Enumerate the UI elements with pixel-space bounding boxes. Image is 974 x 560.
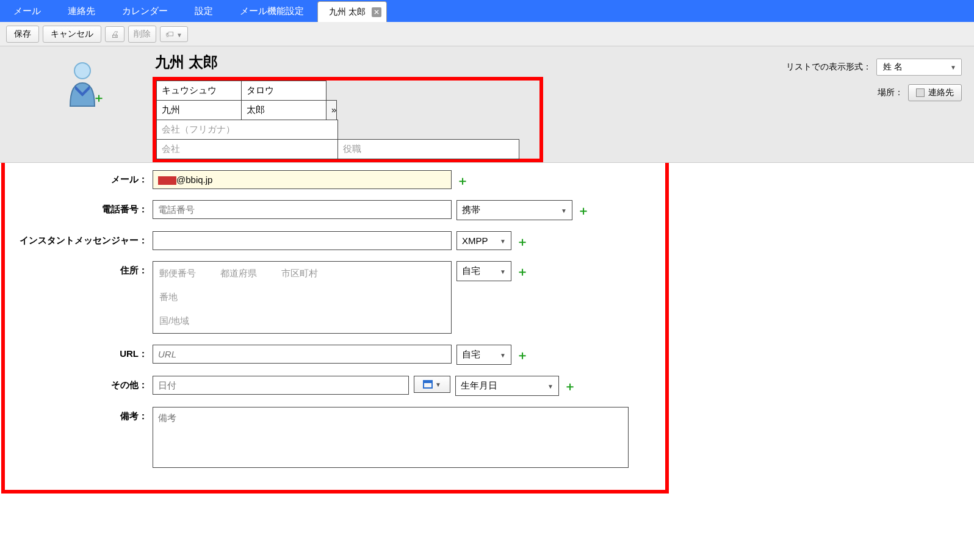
add-other-icon[interactable]: ＋ [564, 376, 576, 395]
active-tab-label: 九州 太郎 [329, 7, 366, 18]
kana-first-input[interactable]: タロウ [241, 81, 326, 101]
location-value: 連絡先 [928, 87, 954, 98]
cancel-button[interactable]: キャンセル [43, 26, 101, 43]
chevron-down-icon: ▼ [950, 64, 956, 71]
kana-last-input[interactable]: キュウシュウ [156, 81, 242, 101]
contact-display-name: 九州 太郎 [155, 52, 742, 72]
notes-input[interactable] [153, 407, 629, 468]
chevron-down-icon: ▼ [500, 268, 506, 275]
address-label: 住所： [7, 261, 148, 276]
phone-type-value: 携帯 [462, 204, 480, 215]
address-input-group[interactable]: 郵便番号 都道府県 市区町村 番地 国/地域 [153, 261, 452, 334]
menu-mail-settings[interactable]: メール機能設定 [226, 0, 317, 22]
url-input[interactable] [153, 345, 452, 364]
company-kana-input[interactable]: 会社（フリガナ） [156, 120, 338, 140]
name-first-input[interactable]: 太郎 [241, 100, 326, 120]
address-type-select[interactable]: 自宅 ▼ [456, 261, 511, 281]
chevron-down-icon: ▼ [547, 382, 554, 389]
addr-country-ph[interactable]: 国/地域 [159, 315, 189, 327]
url-type-select[interactable]: 自宅 ▼ [456, 345, 511, 365]
im-label: インスタントメッセンジャー： [7, 231, 148, 246]
addr-pref-ph[interactable]: 都道府県 [220, 268, 257, 279]
addr-city-ph[interactable]: 市区町村 [281, 268, 318, 279]
other-label: その他： [7, 376, 148, 391]
list-format-value: 姓 名 [883, 62, 903, 71]
im-type-select[interactable]: XMPP ▼ [456, 231, 511, 250]
active-tab[interactable]: 九州 太郎 ✕ [317, 1, 387, 22]
other-date-input[interactable] [153, 376, 409, 395]
url-type-value: 自宅 [462, 349, 480, 359]
chevron-down-icon: ▼ [561, 207, 567, 214]
date-picker-button[interactable]: ▼ [414, 376, 450, 393]
other-type-value: 生年月日 [461, 380, 497, 390]
add-url-icon[interactable]: ＋ [516, 345, 528, 364]
email-label: メール： [7, 170, 148, 185]
add-im-icon[interactable]: ＋ [516, 231, 528, 250]
title-input[interactable]: 役職 [337, 139, 519, 159]
email-input[interactable]: @bbiq.jp [153, 170, 452, 189]
add-email-icon[interactable]: ＋ [456, 170, 469, 189]
chevron-down-icon: ▼ [176, 32, 182, 38]
svg-point-0 [74, 63, 90, 79]
addr-street-ph[interactable]: 番地 [159, 292, 178, 303]
add-phone-icon[interactable]: ＋ [577, 200, 590, 219]
email-value-suffix: @bbiq.jp [176, 174, 212, 185]
phone-label: 電話番号： [7, 200, 148, 215]
contact-header: ＋ 九州 太郎 キュウシュウ タロウ 九州 太郎 » 会社（フリガナ） 会社 役… [0, 46, 974, 163]
im-type-value: XMPP [462, 235, 488, 246]
close-tab-icon[interactable]: ✕ [372, 7, 381, 17]
chevron-down-icon: ▼ [500, 237, 506, 244]
delete-button[interactable]: 削除 [128, 26, 156, 43]
location-label: 場所： [878, 87, 903, 98]
save-disk-icon [916, 88, 925, 97]
url-label: URL： [7, 345, 148, 360]
list-format-label: リストでの表示形式： [786, 62, 871, 73]
tag-button[interactable]: 🏷▼ [160, 26, 188, 42]
add-address-icon[interactable]: ＋ [516, 261, 528, 280]
addr-postal-ph[interactable]: 郵便番号 [159, 268, 196, 279]
redacted-text [158, 176, 176, 185]
tag-icon: 🏷 [165, 29, 174, 39]
phone-type-select[interactable]: 携帯 ▼ [456, 200, 572, 220]
chevron-down-icon: ▼ [500, 351, 506, 358]
chevron-down-icon: ▼ [435, 381, 441, 388]
calendar-icon [423, 380, 433, 389]
print-icon: 🖨 [110, 29, 119, 39]
list-format-select[interactable]: 姓 名 ▼ [876, 59, 962, 76]
menu-contacts[interactable]: 連絡先 [54, 0, 109, 22]
avatar[interactable]: ＋ [61, 59, 104, 107]
toolbar: 保存 キャンセル 🖨 削除 🏷▼ [0, 22, 974, 46]
menu-settings[interactable]: 設定 [181, 0, 226, 22]
add-photo-icon[interactable]: ＋ [93, 90, 105, 106]
top-menubar: メール 連絡先 カレンダー 設定 メール機能設定 九州 太郎 ✕ [0, 0, 974, 22]
menu-mail[interactable]: メール [0, 0, 54, 22]
im-input[interactable] [153, 231, 452, 250]
form-fields-highlight: メール： @bbiq.jp ＋ 電話番号： 携帯 ▼ ＋ インスタントメッセンジ… [1, 163, 669, 494]
contact-form: メール： @bbiq.jp ＋ 電話番号： 携帯 ▼ ＋ インスタントメッセンジ… [0, 163, 974, 494]
name-last-input[interactable]: 九州 [156, 100, 242, 120]
name-fields-highlight: キュウシュウ タロウ 九州 太郎 » 会社（フリガナ） 会社 役職 [153, 77, 543, 162]
address-type-value: 自宅 [462, 265, 480, 276]
print-button[interactable]: 🖨 [105, 26, 124, 42]
notes-label: 備考： [7, 407, 148, 422]
menu-calendar[interactable]: カレンダー [109, 0, 181, 22]
phone-input[interactable] [153, 200, 452, 219]
save-button[interactable]: 保存 [6, 26, 39, 43]
company-input[interactable]: 会社 [156, 139, 338, 159]
location-button[interactable]: 連絡先 [908, 84, 962, 101]
expand-name-button[interactable]: » [326, 100, 337, 120]
other-type-select[interactable]: 生年月日 ▼ [455, 376, 559, 396]
